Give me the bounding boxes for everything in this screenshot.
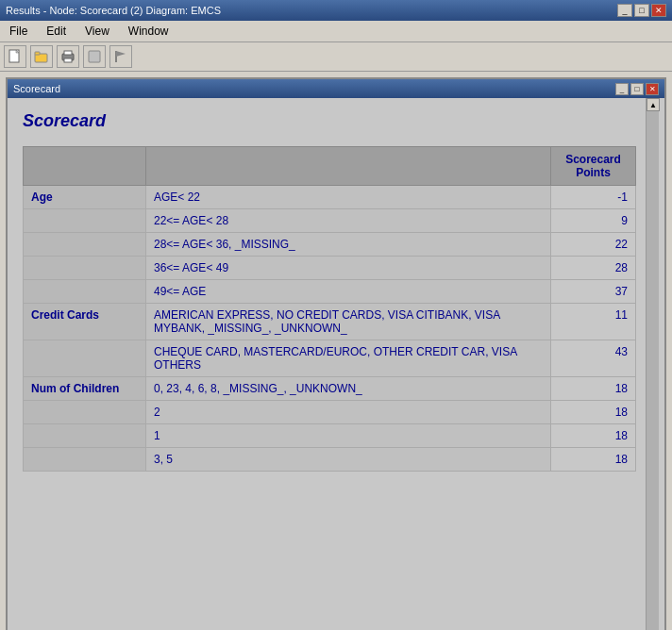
label-cell: Num of Children — [24, 377, 146, 401]
flag-button[interactable] — [109, 45, 132, 68]
table-row: 218 — [24, 401, 636, 424]
points-cell: 18 — [551, 424, 636, 448]
toolbar — [0, 42, 672, 72]
value-cell: 49<= AGE — [146, 280, 551, 304]
points-cell: 11 — [551, 304, 636, 340]
points-cell: 37 — [551, 280, 636, 304]
menu-edit[interactable]: Edit — [41, 23, 72, 40]
label-cell — [24, 209, 146, 233]
label-cell — [24, 280, 146, 304]
table-row: 3, 518 — [24, 448, 636, 472]
svg-rect-5 — [64, 51, 72, 55]
label-cell — [24, 257, 146, 280]
header-col3: Scorecard Points — [551, 147, 636, 186]
points-cell: 9 — [551, 209, 636, 233]
label-cell — [24, 424, 146, 448]
inner-window: Scorecard _ □ ✕ Scorecard Scorecard Poin… — [6, 77, 666, 630]
open-icon — [34, 49, 49, 64]
inner-maximize-button[interactable]: □ — [630, 83, 644, 95]
value-cell: CHEQUE CARD, MASTERCARD/EUROC, OTHER CRE… — [146, 340, 551, 377]
value-cell: 28<= AGE< 36, _MISSING_ — [146, 233, 551, 257]
points-cell: 43 — [551, 340, 636, 377]
close-button[interactable]: ✕ — [651, 4, 666, 17]
value-cell: AGE< 22 — [146, 186, 551, 209]
open-button[interactable] — [30, 45, 53, 68]
scorecard-title: Scorecard — [23, 108, 649, 135]
value-cell: AMERICAN EXPRESS, NO CREDIT CARDS, VISA … — [146, 304, 551, 340]
points-cell: 22 — [551, 233, 636, 257]
table-row: 49<= AGE37 — [24, 280, 636, 304]
inner-minimize-button[interactable]: _ — [615, 83, 629, 95]
points-cell: 18 — [551, 401, 636, 424]
content-area: Scorecard Scorecard Points AgeAGE< 22-12… — [8, 98, 664, 630]
table-wrapper: Scorecard Points AgeAGE< 22-122<= AGE< 2… — [23, 146, 636, 472]
new-icon — [8, 49, 23, 64]
header-col1 — [24, 147, 146, 186]
title-bar-text: Results - Node: Scorecard (2) Diagram: E… — [6, 5, 221, 16]
menu-bar: File Edit View Window — [0, 21, 672, 42]
label-cell — [24, 340, 146, 377]
table-row: 36<= AGE< 4928 — [24, 257, 636, 280]
points-cell: 28 — [551, 257, 636, 280]
stop-icon — [87, 49, 102, 64]
table-row: AgeAGE< 22-1 — [24, 186, 636, 209]
points-cell: 18 — [551, 448, 636, 472]
table-row: CHEQUE CARD, MASTERCARD/EUROC, OTHER CRE… — [24, 340, 636, 377]
label-cell: Credit Cards — [24, 304, 146, 340]
points-cell: 18 — [551, 377, 636, 401]
label-cell — [24, 233, 146, 257]
scroll-track[interactable] — [647, 111, 659, 630]
value-cell: 3, 5 — [146, 448, 551, 472]
minimize-button[interactable]: _ — [617, 4, 632, 17]
header-col2 — [146, 147, 551, 186]
table-row: 118 — [24, 424, 636, 448]
value-cell: 0, 23, 4, 6, 8, _MISSING_, _UNKNOWN_ — [146, 377, 551, 401]
scrollbar[interactable]: ▲ ▼ — [646, 98, 659, 630]
inner-title-text: Scorecard — [13, 83, 60, 94]
menu-file[interactable]: File — [4, 23, 33, 40]
table-header-row: Scorecard Points — [24, 147, 636, 186]
table-row: 22<= AGE< 289 — [24, 209, 636, 233]
new-button[interactable] — [4, 45, 26, 68]
table-row: Num of Children0, 23, 4, 6, 8, _MISSING_… — [24, 377, 636, 401]
svg-rect-6 — [64, 58, 72, 62]
inner-title-buttons: _ □ ✕ — [615, 83, 659, 95]
maximize-button[interactable]: □ — [634, 4, 649, 17]
flag-icon — [113, 49, 128, 64]
label-cell — [24, 401, 146, 424]
table-row: Credit CardsAMERICAN EXPRESS, NO CREDIT … — [24, 304, 636, 340]
inner-close-button[interactable]: ✕ — [646, 83, 659, 95]
title-bar: Results - Node: Scorecard (2) Diagram: E… — [0, 0, 672, 21]
score-table: Scorecard Points AgeAGE< 22-122<= AGE< 2… — [23, 146, 636, 472]
menu-view[interactable]: View — [79, 23, 115, 40]
value-cell: 36<= AGE< 49 — [146, 257, 551, 280]
menu-window[interactable]: Window — [123, 23, 175, 40]
label-cell: Age — [24, 186, 146, 209]
inner-title-bar: Scorecard _ □ ✕ — [8, 79, 664, 98]
print-icon — [60, 49, 76, 64]
svg-rect-7 — [89, 51, 100, 62]
value-cell: 2 — [146, 401, 551, 424]
title-bar-buttons: _ □ ✕ — [617, 4, 666, 17]
points-cell: -1 — [551, 186, 636, 209]
print-button[interactable] — [57, 45, 79, 68]
table-row: 28<= AGE< 36, _MISSING_22 — [24, 233, 636, 257]
value-cell: 22<= AGE< 28 — [146, 209, 551, 233]
label-cell — [24, 448, 146, 472]
stop-button[interactable] — [83, 45, 106, 68]
svg-marker-9 — [116, 51, 126, 57]
value-cell: 1 — [146, 424, 551, 448]
scroll-up-button[interactable]: ▲ — [647, 98, 660, 111]
svg-rect-3 — [35, 52, 40, 55]
